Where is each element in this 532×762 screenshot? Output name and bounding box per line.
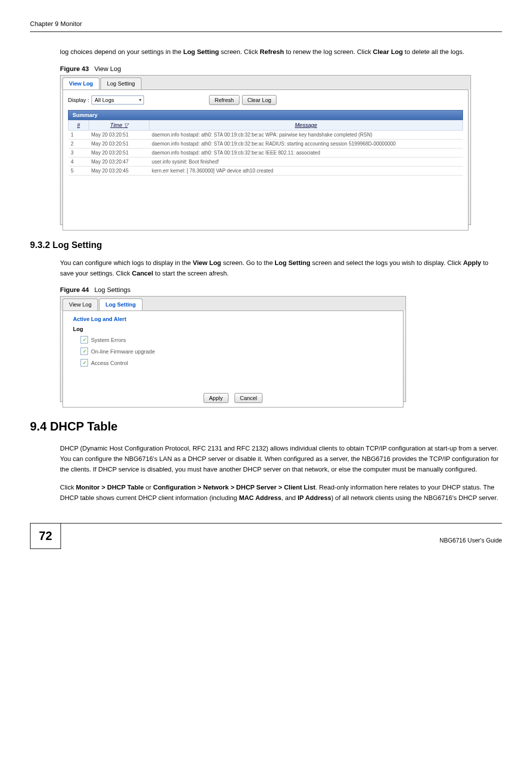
checkbox-label: Access Control [91, 360, 128, 366]
col-time[interactable]: Time ▽ [89, 120, 150, 130]
tab-log-setting-2[interactable]: Log Setting [99, 298, 142, 310]
tab-log-setting[interactable]: Log Setting [100, 78, 142, 90]
display-label: Display : [68, 97, 89, 103]
heading-94: 9.4 DHCP Table [30, 420, 502, 434]
summary-header: Summary [68, 110, 463, 120]
figure-43-label: Figure 43 View Log [60, 65, 502, 72]
figure-44-label: Figure 44 Log Settings [60, 286, 502, 294]
checkbox-label: On-line Firmware upgrade [91, 348, 155, 354]
apply-button[interactable]: Apply [204, 393, 228, 403]
table-row: 3May 20 03:20:51daemon.info hostapd: ath… [68, 148, 463, 157]
table-row: 5May 20 03:20:45kern.err kernel: [ 78.36… [68, 166, 463, 175]
section-94-p1: DHCP (Dynamic Host Configuration Protoco… [60, 444, 502, 474]
table-row: 2May 20 03:20:51daemon.info hostapd: ath… [68, 139, 463, 148]
checkbox-label: System Errors [91, 337, 126, 343]
table-row: 4May 20 03:20:47user.info sysinit: Boot … [68, 157, 463, 166]
heading-932: 9.3.2 Log Setting [30, 240, 502, 250]
col-message[interactable]: Message [150, 120, 463, 130]
log-table: # Time ▽ Message 1May 20 03:20:51daemon.… [68, 120, 463, 176]
clear-log-button[interactable]: Clear Log [242, 95, 277, 105]
chapter-header: Chapter 9 Monitor [30, 20, 82, 28]
col-num[interactable]: # [68, 120, 89, 130]
table-row: 1May 20 03:20:51daemon.info hostapd: ath… [68, 130, 463, 139]
checkbox-access-control[interactable]: ✓ [80, 359, 88, 366]
footer-guide: NBG6716 User's Guide [61, 532, 502, 549]
active-log-alert-title: Active Log and Alert [73, 316, 393, 322]
figure-44-screenshot: View Log Log Setting Active Log and Aler… [60, 296, 406, 402]
display-select[interactable]: All Logs [92, 96, 144, 104]
refresh-button[interactable]: Refresh [209, 95, 240, 105]
section-94-p2: Click Monitor > DHCP Table or Configurat… [60, 482, 502, 504]
page-number: 72 [30, 524, 61, 549]
section-932-paragraph: You can configure which logs to display … [60, 258, 502, 279]
intro-paragraph: log choices depend on your settings in t… [60, 47, 502, 58]
checkbox-firmware-upgrade[interactable]: ✓ [80, 348, 88, 355]
figure-43-screenshot: View Log Log Setting Display : All Logs … [60, 75, 471, 225]
checkbox-system-errors[interactable]: ✓ [80, 336, 88, 344]
cancel-button[interactable]: Cancel [234, 393, 262, 403]
log-label: Log [73, 326, 393, 332]
tab-view-log-2[interactable]: View Log [62, 298, 98, 310]
tab-view-log[interactable]: View Log [62, 78, 100, 90]
